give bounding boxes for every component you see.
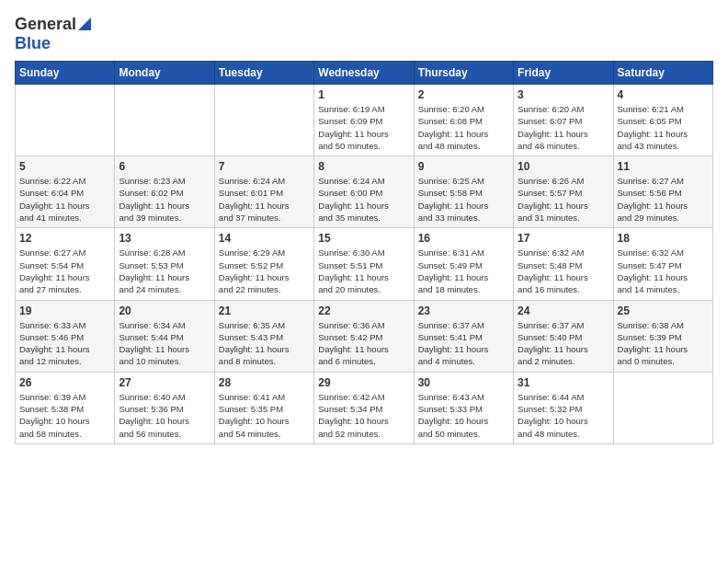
day-number: 8 — [318, 160, 409, 173]
day-number: 19 — [19, 304, 110, 317]
day-number: 28 — [219, 376, 310, 389]
calendar-cell: 15Sunrise: 6:30 AM Sunset: 5:51 PM Dayli… — [314, 228, 414, 300]
calendar-cell: 18Sunrise: 6:32 AM Sunset: 5:47 PM Dayli… — [613, 228, 712, 300]
day-number: 20 — [119, 304, 210, 317]
calendar-cell: 2Sunrise: 6:20 AM Sunset: 6:08 PM Daylig… — [414, 85, 513, 156]
day-number: 29 — [318, 376, 409, 389]
logo-general-text: General — [15, 15, 76, 34]
day-number: 12 — [19, 232, 110, 245]
calendar-week-row: 12Sunrise: 6:27 AM Sunset: 5:54 PM Dayli… — [16, 228, 713, 300]
calendar-cell: 19Sunrise: 6:33 AM Sunset: 5:46 PM Dayli… — [16, 300, 115, 372]
calendar-cell: 23Sunrise: 6:37 AM Sunset: 5:41 PM Dayli… — [414, 300, 513, 372]
day-info: Sunrise: 6:21 AM Sunset: 6:05 PM Dayligh… — [618, 103, 709, 152]
day-info: Sunrise: 6:39 AM Sunset: 5:38 PM Dayligh… — [19, 391, 110, 440]
day-info: Sunrise: 6:31 AM Sunset: 5:49 PM Dayligh… — [418, 247, 509, 295]
calendar-cell: 31Sunrise: 6:44 AM Sunset: 5:32 PM Dayli… — [514, 372, 613, 443]
day-number: 5 — [19, 160, 110, 173]
calendar-cell: 20Sunrise: 6:34 AM Sunset: 5:44 PM Dayli… — [115, 300, 214, 372]
calendar-cell: 13Sunrise: 6:28 AM Sunset: 5:53 PM Dayli… — [115, 228, 214, 300]
day-info: Sunrise: 6:43 AM Sunset: 5:33 PM Dayligh… — [418, 391, 509, 440]
calendar-cell: 17Sunrise: 6:32 AM Sunset: 5:48 PM Dayli… — [514, 228, 613, 300]
calendar-cell — [214, 85, 313, 156]
day-info: Sunrise: 6:19 AM Sunset: 6:09 PM Dayligh… — [318, 103, 409, 152]
day-info: Sunrise: 6:24 AM Sunset: 6:01 PM Dayligh… — [219, 175, 310, 224]
day-number: 3 — [518, 88, 609, 101]
day-number: 17 — [518, 232, 609, 245]
day-number: 25 — [618, 304, 709, 317]
day-info: Sunrise: 6:29 AM Sunset: 5:52 PM Dayligh… — [219, 247, 310, 295]
day-info: Sunrise: 6:25 AM Sunset: 5:58 PM Dayligh… — [418, 175, 509, 224]
day-info: Sunrise: 6:35 AM Sunset: 5:43 PM Dayligh… — [219, 319, 310, 368]
calendar-cell: 30Sunrise: 6:43 AM Sunset: 5:33 PM Dayli… — [414, 372, 513, 443]
day-number: 7 — [219, 160, 310, 173]
day-number: 27 — [119, 376, 210, 389]
day-info: Sunrise: 6:41 AM Sunset: 5:35 PM Dayligh… — [219, 391, 310, 440]
day-number: 18 — [618, 232, 709, 245]
day-number: 2 — [418, 88, 509, 101]
page-header: General Blue — [15, 15, 713, 53]
calendar-cell — [115, 85, 214, 156]
day-info: Sunrise: 6:27 AM Sunset: 5:54 PM Dayligh… — [19, 247, 110, 295]
day-number: 13 — [119, 232, 210, 245]
day-info: Sunrise: 6:44 AM Sunset: 5:32 PM Dayligh… — [518, 391, 609, 440]
calendar-cell: 24Sunrise: 6:37 AM Sunset: 5:40 PM Dayli… — [514, 300, 613, 372]
day-info: Sunrise: 6:37 AM Sunset: 5:41 PM Dayligh… — [418, 319, 509, 368]
calendar-cell: 29Sunrise: 6:42 AM Sunset: 5:34 PM Dayli… — [314, 372, 414, 443]
calendar-cell: 21Sunrise: 6:35 AM Sunset: 5:43 PM Dayli… — [214, 300, 313, 372]
day-number: 16 — [418, 232, 509, 245]
day-info: Sunrise: 6:32 AM Sunset: 5:47 PM Dayligh… — [618, 247, 709, 295]
logo: General Blue — [15, 15, 91, 53]
calendar-header-row: SundayMondayTuesdayWednesdayThursdayFrid… — [16, 62, 713, 85]
calendar-week-row: 5Sunrise: 6:22 AM Sunset: 6:04 PM Daylig… — [16, 156, 713, 228]
day-number: 4 — [618, 88, 709, 101]
calendar-cell: 9Sunrise: 6:25 AM Sunset: 5:58 PM Daylig… — [414, 156, 513, 228]
day-number: 21 — [219, 304, 310, 317]
day-header-friday: Friday — [514, 62, 613, 85]
day-header-thursday: Thursday — [414, 62, 513, 85]
day-number: 23 — [418, 304, 509, 317]
day-number: 11 — [618, 160, 709, 173]
day-number: 31 — [518, 376, 609, 389]
calendar-week-row: 1Sunrise: 6:19 AM Sunset: 6:09 PM Daylig… — [16, 85, 713, 156]
calendar-cell: 6Sunrise: 6:23 AM Sunset: 6:02 PM Daylig… — [115, 156, 214, 228]
day-number: 6 — [119, 160, 210, 173]
calendar-cell: 12Sunrise: 6:27 AM Sunset: 5:54 PM Dayli… — [16, 228, 115, 300]
day-info: Sunrise: 6:40 AM Sunset: 5:36 PM Dayligh… — [119, 391, 210, 440]
day-info: Sunrise: 6:36 AM Sunset: 5:42 PM Dayligh… — [318, 319, 409, 368]
calendar-week-row: 26Sunrise: 6:39 AM Sunset: 5:38 PM Dayli… — [16, 372, 713, 443]
day-info: Sunrise: 6:24 AM Sunset: 6:00 PM Dayligh… — [318, 175, 409, 224]
day-info: Sunrise: 6:33 AM Sunset: 5:46 PM Dayligh… — [19, 319, 110, 368]
calendar-cell: 22Sunrise: 6:36 AM Sunset: 5:42 PM Dayli… — [314, 300, 414, 372]
calendar-cell: 3Sunrise: 6:20 AM Sunset: 6:07 PM Daylig… — [514, 85, 613, 156]
day-info: Sunrise: 6:22 AM Sunset: 6:04 PM Dayligh… — [19, 175, 110, 224]
day-header-tuesday: Tuesday — [214, 62, 313, 85]
day-number: 22 — [318, 304, 409, 317]
day-number: 9 — [418, 160, 509, 173]
day-info: Sunrise: 6:20 AM Sunset: 6:07 PM Dayligh… — [518, 103, 609, 152]
day-info: Sunrise: 6:42 AM Sunset: 5:34 PM Dayligh… — [318, 391, 409, 440]
calendar-cell: 5Sunrise: 6:22 AM Sunset: 6:04 PM Daylig… — [16, 156, 115, 228]
calendar-cell: 10Sunrise: 6:26 AM Sunset: 5:57 PM Dayli… — [514, 156, 613, 228]
day-info: Sunrise: 6:34 AM Sunset: 5:44 PM Dayligh… — [119, 319, 210, 368]
day-info: Sunrise: 6:30 AM Sunset: 5:51 PM Dayligh… — [318, 247, 409, 295]
logo-blue-text: Blue — [15, 34, 51, 52]
calendar-cell: 7Sunrise: 6:24 AM Sunset: 6:01 PM Daylig… — [214, 156, 313, 228]
day-number: 24 — [518, 304, 609, 317]
day-header-wednesday: Wednesday — [314, 62, 414, 85]
calendar-cell: 14Sunrise: 6:29 AM Sunset: 5:52 PM Dayli… — [214, 228, 313, 300]
day-number: 14 — [219, 232, 310, 245]
logo-line2: Blue — [15, 34, 51, 53]
day-number: 10 — [518, 160, 609, 173]
day-info: Sunrise: 6:38 AM Sunset: 5:39 PM Dayligh… — [618, 319, 709, 368]
calendar-cell: 8Sunrise: 6:24 AM Sunset: 6:00 PM Daylig… — [314, 156, 414, 228]
day-header-monday: Monday — [115, 62, 214, 85]
calendar-cell: 28Sunrise: 6:41 AM Sunset: 5:35 PM Dayli… — [214, 372, 313, 443]
day-number: 1 — [318, 88, 409, 101]
day-info: Sunrise: 6:26 AM Sunset: 5:57 PM Dayligh… — [518, 175, 609, 224]
calendar-cell: 4Sunrise: 6:21 AM Sunset: 6:05 PM Daylig… — [613, 85, 712, 156]
calendar-table: SundayMondayTuesdayWednesdayThursdayFrid… — [15, 61, 713, 444]
day-info: Sunrise: 6:23 AM Sunset: 6:02 PM Dayligh… — [119, 175, 210, 224]
day-info: Sunrise: 6:32 AM Sunset: 5:48 PM Dayligh… — [518, 247, 609, 295]
calendar-cell: 11Sunrise: 6:27 AM Sunset: 5:56 PM Dayli… — [613, 156, 712, 228]
logo-arrow-icon — [78, 17, 91, 30]
